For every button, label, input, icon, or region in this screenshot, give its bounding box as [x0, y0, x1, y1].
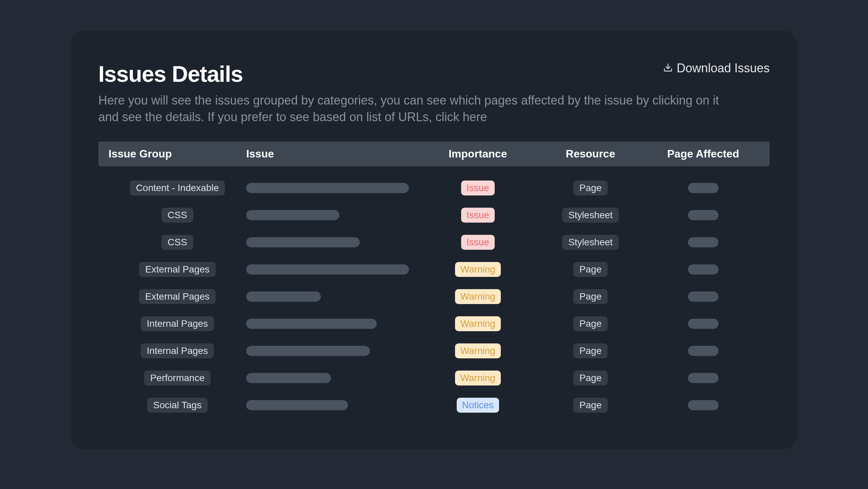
download-issues-label: Download Issues: [677, 61, 770, 75]
resource-pill: Stylesheet: [562, 208, 619, 223]
issues-card: Issues Details Download Issues Here you …: [71, 31, 797, 449]
resource-pill: Page: [573, 371, 608, 385]
issue-group-pill: CSS: [161, 235, 193, 250]
table-row[interactable]: Social TagsNoticesPage: [98, 392, 770, 419]
issue-placeholder: [246, 319, 377, 329]
download-icon: [663, 61, 673, 75]
page-affected-placeholder: [688, 210, 718, 220]
issue-placeholder: [246, 210, 339, 220]
col-header-affected: Page Affected: [647, 148, 760, 160]
col-header-importance: Importance: [421, 148, 534, 160]
table-row[interactable]: CSSIssueStylesheet: [98, 202, 770, 229]
importance-badge: Warning: [455, 262, 501, 277]
issue-placeholder: [246, 183, 409, 193]
issues-table: Issue Group Issue Importance Resource Pa…: [98, 142, 770, 419]
resource-pill: Stylesheet: [562, 235, 619, 250]
page-subtitle: Here you will see the issues grouped by …: [98, 92, 743, 125]
issue-placeholder: [246, 373, 331, 383]
table-row[interactable]: Internal PagesWarningPage: [98, 310, 770, 337]
importance-badge: Warning: [455, 343, 501, 358]
importance-badge: Issue: [461, 235, 495, 250]
table-row[interactable]: Content - IndexableIssuePage: [98, 174, 770, 202]
page-title: Issues Details: [98, 61, 243, 87]
col-header-resource: Resource: [534, 148, 647, 160]
issue-placeholder: [246, 291, 321, 302]
issue-group-pill: Internal Pages: [141, 343, 214, 358]
issue-group-pill: Performance: [144, 371, 211, 385]
importance-badge: Warning: [455, 371, 501, 385]
issue-group-pill: External Pages: [139, 262, 216, 277]
page-affected-placeholder: [688, 264, 718, 275]
importance-badge: Issue: [461, 208, 495, 223]
resource-pill: Page: [573, 289, 608, 304]
table-header-row: Issue Group Issue Importance Resource Pa…: [98, 142, 770, 166]
page-affected-placeholder: [688, 291, 718, 302]
col-header-issue: Issue: [246, 148, 421, 160]
issue-group-pill: CSS: [161, 208, 193, 223]
issue-placeholder: [246, 400, 348, 410]
table-row[interactable]: External PagesWarningPage: [98, 256, 770, 283]
issue-placeholder: [246, 237, 360, 247]
table-row[interactable]: External PagesWarningPage: [98, 283, 770, 310]
issue-placeholder: [246, 346, 370, 356]
table-row[interactable]: Internal PagesWarningPage: [98, 337, 770, 364]
page-affected-placeholder: [688, 346, 718, 356]
issue-group-pill: Internal Pages: [141, 316, 214, 331]
issue-group-pill: Content - Indexable: [130, 181, 225, 195]
resource-pill: Page: [573, 316, 608, 331]
issue-group-pill: External Pages: [139, 289, 216, 304]
table-row[interactable]: CSSIssueStylesheet: [98, 229, 770, 256]
importance-badge: Notices: [457, 398, 499, 413]
resource-pill: Page: [573, 343, 608, 358]
page-affected-placeholder: [688, 237, 718, 247]
page-affected-placeholder: [688, 183, 718, 193]
page-affected-placeholder: [688, 400, 718, 410]
resource-pill: Page: [573, 398, 608, 413]
importance-badge: Issue: [461, 181, 495, 195]
col-header-group: Issue Group: [108, 148, 246, 160]
importance-badge: Warning: [455, 289, 501, 304]
issue-placeholder: [246, 264, 409, 275]
download-issues-button[interactable]: Download Issues: [663, 61, 770, 75]
importance-badge: Warning: [455, 316, 501, 331]
resource-pill: Page: [573, 181, 608, 195]
resource-pill: Page: [573, 262, 608, 277]
page-affected-placeholder: [688, 319, 718, 329]
page-affected-placeholder: [688, 373, 718, 383]
issue-group-pill: Social Tags: [147, 398, 208, 413]
table-row[interactable]: PerformanceWarningPage: [98, 364, 770, 392]
